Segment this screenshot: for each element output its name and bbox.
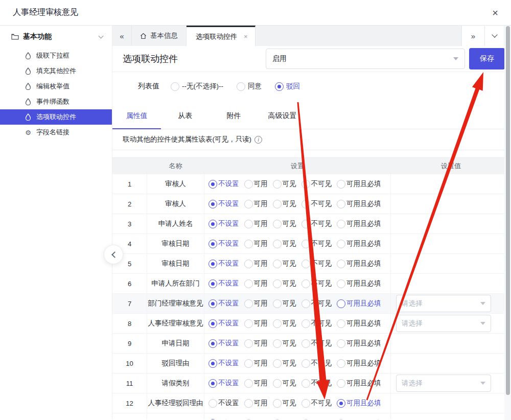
list-value-option-radio[interactable] <box>171 82 179 91</box>
setting-option-radio[interactable] <box>301 319 310 328</box>
setting-option[interactable]: 可用 <box>244 279 268 288</box>
list-value-option-radio[interactable] <box>237 82 245 91</box>
setting-option[interactable]: 不设置 <box>208 199 239 208</box>
setting-option-radio[interactable] <box>273 319 282 328</box>
setting-option[interactable]: 不可见 <box>301 239 332 248</box>
setting-option[interactable]: 可用且必填 <box>337 359 381 368</box>
setting-option-radio[interactable] <box>208 260 217 268</box>
setting-option-radio[interactable] <box>244 379 253 388</box>
setting-option-radio[interactable] <box>337 339 345 348</box>
setting-option-radio[interactable] <box>244 299 253 308</box>
setting-option[interactable]: 可用且必填 <box>337 179 381 189</box>
setting-option[interactable]: 可用 <box>244 399 268 408</box>
setting-option-radio[interactable] <box>337 299 345 308</box>
setting-option[interactable]: 不可见 <box>301 319 332 328</box>
setting-option[interactable]: 不设置 <box>208 359 239 368</box>
setting-option-radio[interactable] <box>301 200 310 208</box>
setting-option-radio[interactable] <box>273 279 282 288</box>
setting-option-radio[interactable] <box>273 240 282 248</box>
list-value-option-radio[interactable] <box>275 82 284 91</box>
setting-option-radio[interactable] <box>244 220 253 228</box>
setting-option-radio[interactable] <box>273 299 282 308</box>
setting-option[interactable]: 不设置 <box>208 319 239 328</box>
setting-option-radio[interactable] <box>337 319 345 328</box>
sidebar-group-header[interactable]: 基本功能 <box>0 26 112 48</box>
setting-option[interactable]: 可用且必填 <box>337 279 381 288</box>
tabs-expand-button[interactable]: » <box>462 26 484 46</box>
setting-option[interactable]: 可用 <box>244 179 268 189</box>
tab-active[interactable]: 属性值 <box>112 111 161 129</box>
list-value-option[interactable]: --无(不选择)-- <box>171 82 223 91</box>
setting-option[interactable]: 可用且必填 <box>337 379 381 388</box>
setting-option[interactable]: 不可见 <box>301 339 332 348</box>
setting-option[interactable]: 不可见 <box>301 299 332 308</box>
sidebar-item[interactable]: 编辑枚举值 <box>0 79 112 94</box>
setting-option-radio[interactable] <box>337 180 345 189</box>
setting-option[interactable]: 可见 <box>273 259 296 268</box>
setting-option[interactable]: 不可见 <box>301 259 332 268</box>
setting-option[interactable]: 不可见 <box>301 219 332 228</box>
tabs-collapse-button[interactable]: « <box>112 26 132 46</box>
close-icon[interactable]: × <box>492 8 498 18</box>
setting-option-radio[interactable] <box>208 220 217 228</box>
sidebar-item[interactable]: ⚙字段名链接 <box>0 125 112 140</box>
setting-option[interactable]: 不可见 <box>301 399 332 408</box>
setting-option[interactable]: 可见 <box>273 359 296 368</box>
setting-option-radio[interactable] <box>301 359 310 368</box>
setting-option[interactable]: 不可见 <box>301 418 332 419</box>
setting-option[interactable]: 可用且必填 <box>337 399 381 408</box>
setting-option-radio[interactable] <box>301 180 310 189</box>
setting-option[interactable]: 不设置 <box>208 279 239 288</box>
setting-option[interactable]: 不设置 <box>208 219 239 228</box>
list-value-option[interactable]: 同意 <box>237 82 262 91</box>
setting-option-radio[interactable] <box>244 279 253 288</box>
setting-option-radio[interactable] <box>244 180 253 189</box>
setting-option-radio[interactable] <box>337 220 345 228</box>
setting-option-radio[interactable] <box>208 399 217 408</box>
setting-option[interactable]: 可用且必填 <box>337 299 381 308</box>
setting-option[interactable]: 不可见 <box>301 199 332 208</box>
setting-option-radio[interactable] <box>208 299 217 308</box>
setting-option[interactable]: 不可见 <box>301 179 332 189</box>
setting-option[interactable]: 可见 <box>273 418 296 419</box>
setting-option-radio[interactable] <box>244 419 253 420</box>
tab-basic-info[interactable]: 基本信息 <box>132 26 187 46</box>
setting-option[interactable]: 可见 <box>273 299 296 308</box>
setting-option[interactable]: 可见 <box>273 219 296 228</box>
setting-option[interactable]: 不设置 <box>208 299 239 308</box>
setting-option[interactable]: 可用且必填 <box>337 199 381 208</box>
setting-option-radio[interactable] <box>208 240 217 248</box>
setting-option[interactable]: 可见 <box>273 279 296 288</box>
setting-option[interactable]: 可见 <box>273 399 296 408</box>
tab-close-icon[interactable]: × <box>244 33 248 40</box>
setting-option-radio[interactable] <box>273 260 282 268</box>
setting-option-radio[interactable] <box>301 220 310 228</box>
setting-option-radio[interactable] <box>208 339 217 348</box>
tab-inactive[interactable]: 高级设置 <box>258 111 307 129</box>
prev-page-button[interactable] <box>104 245 123 264</box>
setting-option[interactable]: 不设置 <box>208 259 239 268</box>
setting-option[interactable]: 不设置 <box>208 379 239 388</box>
setting-option-radio[interactable] <box>273 339 282 348</box>
setting-option[interactable]: 可用 <box>244 359 268 368</box>
setting-option-radio[interactable] <box>337 260 345 268</box>
setting-option[interactable]: 不可见 <box>301 359 332 368</box>
setting-option[interactable]: 不可见 <box>301 379 332 388</box>
setting-option[interactable]: 不设置 <box>208 418 239 419</box>
list-value-option[interactable]: 驳回 <box>275 82 300 91</box>
setting-option[interactable]: 可用 <box>244 219 268 228</box>
setting-option[interactable]: 可用且必填 <box>337 319 381 328</box>
setting-option-radio[interactable] <box>337 399 345 408</box>
setting-option-radio[interactable] <box>244 240 253 248</box>
setting-option-radio[interactable] <box>301 419 310 420</box>
setting-option-radio[interactable] <box>337 200 345 208</box>
setting-option-radio[interactable] <box>337 359 345 368</box>
setting-option-radio[interactable] <box>244 319 253 328</box>
setting-option-radio[interactable] <box>301 279 310 288</box>
sidebar-item[interactable]: 级联下拉框 <box>0 48 112 63</box>
scrollbar-thumb[interactable] <box>506 26 510 395</box>
setting-option-radio[interactable] <box>208 319 217 328</box>
setting-option-radio[interactable] <box>301 240 310 248</box>
setting-option[interactable]: 可用 <box>244 319 268 328</box>
setting-option-radio[interactable] <box>273 180 282 189</box>
